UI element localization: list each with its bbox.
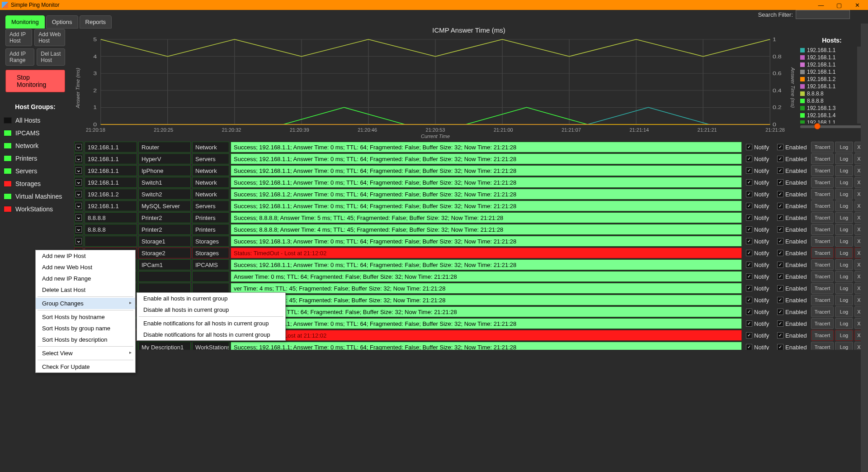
stop-monitoring-button[interactable]: Stop Monitoring	[5, 70, 65, 92]
host-row[interactable]: Storage1 Storages Success; 192.168.1.3; …	[74, 236, 863, 247]
row-enabled[interactable]: Enabled	[774, 259, 810, 270]
vertical-scrollbar[interactable]	[861, 24, 868, 472]
row-notify[interactable]: Notify	[743, 153, 773, 164]
row-notify[interactable]: Notify	[743, 236, 773, 247]
row-enabled[interactable]: Enabled	[774, 271, 810, 282]
host-row[interactable]: 192.168.1.1 HyperV Servers Success; 192.…	[74, 153, 863, 164]
legend-item[interactable]: 8.8.8.8	[800, 97, 857, 105]
legend-item[interactable]: 192.168.1.1	[800, 61, 857, 68]
log-button[interactable]: Log	[835, 189, 853, 200]
tracert-button[interactable]: Tracert	[811, 248, 834, 258]
log-button[interactable]: Log	[835, 248, 853, 258]
host-row[interactable]: 8.8.8.8 Printer2 Printers Success; 8.8.8…	[74, 212, 863, 223]
host-group-item[interactable]: Printers	[3, 152, 68, 165]
host-group-item[interactable]: Network	[3, 139, 68, 152]
log-button[interactable]: Log	[835, 165, 853, 176]
minimize-button[interactable]: —	[812, 2, 830, 9]
del-last-host-button[interactable]: Del Last Host	[37, 48, 65, 66]
row-notify[interactable]: Notify	[743, 189, 773, 200]
legend-item[interactable]: 192.168.1.1	[800, 119, 857, 124]
log-button[interactable]: Log	[835, 271, 853, 282]
row-expand-toggle[interactable]	[74, 224, 83, 235]
tab-reports[interactable]: Reports	[80, 15, 112, 29]
row-notify[interactable]: Notify	[743, 224, 773, 235]
row-enabled[interactable]: Enabled	[774, 224, 810, 235]
host-row[interactable]: 192.168.1.1 Router Network Success; 192.…	[74, 142, 863, 153]
log-button[interactable]: Log	[835, 283, 853, 294]
tracert-button[interactable]: Tracert	[811, 342, 834, 350]
log-button[interactable]: Log	[835, 142, 853, 153]
row-enabled[interactable]: Enabled	[774, 212, 810, 223]
row-notify[interactable]: Notify	[743, 259, 773, 270]
log-button[interactable]: Log	[835, 330, 853, 341]
row-enabled[interactable]: Enabled	[774, 248, 810, 258]
host-row[interactable]: 8.8.8.8 Printer2 Printers Success; 8.8.8…	[74, 224, 863, 235]
row-notify[interactable]: Notify	[743, 248, 773, 258]
tracert-button[interactable]: Tracert	[811, 236, 834, 247]
row-expand-toggle[interactable]	[74, 142, 83, 153]
row-notify[interactable]: Notify	[743, 200, 773, 211]
chart-zoom-slider[interactable]	[800, 125, 863, 128]
host-row[interactable]: Answer Time: 0 ms; TTL: 64; Fragmented: …	[74, 271, 863, 282]
row-notify[interactable]: Notify	[743, 271, 773, 282]
host-group-item[interactable]: WorkStations	[3, 203, 68, 215]
legend-item[interactable]: 192.168.1.1	[800, 47, 857, 54]
maximize-button[interactable]: ▢	[830, 2, 848, 9]
row-enabled[interactable]: Enabled	[774, 165, 810, 176]
host-row[interactable]: IPCam1 IPCAMS Success; 192.168.1.1; Answ…	[74, 259, 863, 270]
host-row[interactable]: 192.168.1.2 Switch2 Network Success; 192…	[74, 189, 863, 200]
row-notify[interactable]: Notify	[743, 177, 773, 188]
row-expand-toggle[interactable]	[74, 236, 83, 247]
legend-item[interactable]: 192.168.1.3	[800, 105, 857, 112]
search-input[interactable]	[796, 10, 850, 19]
add-ip-range-button[interactable]: Add IP Range	[5, 48, 34, 66]
tracert-button[interactable]: Tracert	[811, 295, 834, 305]
row-notify[interactable]: Notify	[743, 142, 773, 153]
tracert-button[interactable]: Tracert	[811, 283, 834, 294]
tracert-button[interactable]: Tracert	[811, 330, 834, 341]
row-notify[interactable]: Notify	[743, 295, 773, 305]
menu-item[interactable]: Sort Hosts by hostname	[36, 311, 135, 323]
host-group-item[interactable]: Virtual Mashines	[3, 190, 68, 203]
legend-item[interactable]: 192.168.1.1	[800, 54, 857, 61]
tracert-button[interactable]: Tracert	[811, 259, 834, 270]
tracert-button[interactable]: Tracert	[811, 200, 834, 211]
context-submenu[interactable]: Enable all hosts in current groupDisable…	[137, 292, 286, 341]
tab-monitoring[interactable]: Monitoring	[5, 15, 45, 29]
tracert-button[interactable]: Tracert	[811, 189, 834, 200]
host-row[interactable]: Storage2 Storages Status: TimedOut - Los…	[74, 248, 863, 258]
row-enabled[interactable]: Enabled	[774, 330, 810, 341]
legend-item[interactable]: 192.168.1.1	[800, 68, 857, 76]
row-expand-toggle[interactable]	[74, 177, 83, 188]
host-group-item[interactable]: IPCAMS	[3, 127, 68, 139]
menu-item[interactable]: Group Changes	[36, 298, 135, 309]
add-web-host-button[interactable]: Add Web Host	[34, 29, 65, 46]
host-row[interactable]: 192.168.1.1 IpPhone Network Success; 192…	[74, 165, 863, 176]
tracert-button[interactable]: Tracert	[811, 165, 834, 176]
log-button[interactable]: Log	[835, 224, 853, 235]
menu-item[interactable]: Disable notifications for all hosts in c…	[137, 329, 285, 340]
tracert-button[interactable]: Tracert	[811, 177, 834, 188]
log-button[interactable]: Log	[835, 200, 853, 211]
row-enabled[interactable]: Enabled	[774, 283, 810, 294]
log-button[interactable]: Log	[835, 153, 853, 164]
menu-item[interactable]: Sort Hosts by description	[36, 334, 135, 345]
row-expand-toggle[interactable]	[74, 165, 83, 176]
menu-item[interactable]: Enable notifications for all hosts in cu…	[137, 318, 285, 329]
host-group-item[interactable]: All Hosts	[3, 114, 68, 127]
host-row[interactable]: 192.168.1.1 MySQL Server Servers Success…	[74, 200, 863, 211]
row-enabled[interactable]: Enabled	[774, 342, 810, 350]
row-notify[interactable]: Notify	[743, 342, 773, 350]
row-expand-toggle[interactable]	[74, 200, 83, 211]
host-row[interactable]: 192.168.1.1 My Description1 WorkStations…	[74, 342, 863, 350]
tracert-button[interactable]: Tracert	[811, 271, 834, 282]
log-button[interactable]: Log	[835, 236, 853, 247]
menu-item[interactable]: Add new IP Host	[36, 250, 135, 262]
menu-item[interactable]: Add new Web Host	[36, 262, 135, 273]
row-notify[interactable]: Notify	[743, 330, 773, 341]
host-group-item[interactable]: Servers	[3, 165, 68, 177]
legend-list[interactable]: 192.168.1.1192.168.1.1192.168.1.1192.168…	[800, 47, 863, 124]
tracert-button[interactable]: Tracert	[811, 212, 834, 223]
log-button[interactable]: Log	[835, 306, 853, 317]
legend-item[interactable]: 192.168.1.4	[800, 112, 857, 119]
